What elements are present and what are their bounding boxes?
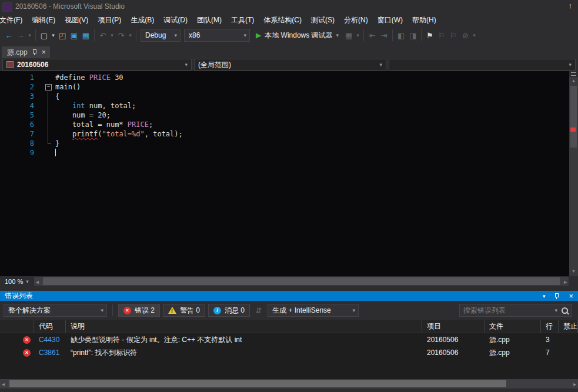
column-code[interactable]: 代码 bbox=[34, 320, 66, 333]
search-icon[interactable] bbox=[562, 307, 568, 314]
scroll-left-icon[interactable]: ◂ bbox=[2, 381, 5, 387]
code-line[interactable]: 1#define PRICE 30 bbox=[0, 73, 569, 82]
next-bookmark-icon[interactable]: ⚐ bbox=[447, 29, 459, 42]
undo-icon[interactable]: ↶ bbox=[97, 29, 109, 42]
solution-platform-combo[interactable]: x86▾ bbox=[184, 29, 250, 42]
column-description[interactable]: 说明 bbox=[66, 320, 422, 333]
menu-item[interactable]: 生成(B) bbox=[126, 13, 159, 28]
save-all-icon[interactable]: ▦ bbox=[80, 29, 92, 42]
column-project[interactable]: 项目 bbox=[422, 320, 485, 333]
redo-dropdown-icon[interactable]: ▾ bbox=[127, 29, 133, 42]
indent-increase-icon[interactable]: ◨ bbox=[407, 29, 419, 42]
close-icon[interactable]: × bbox=[42, 49, 46, 56]
column-suppression[interactable]: 禁止显示状态 bbox=[559, 320, 578, 333]
navigation-history-dropdown-icon[interactable]: ▾ bbox=[26, 29, 33, 42]
menu-item[interactable]: 窗口(W) bbox=[373, 13, 407, 28]
code-editor[interactable]: 1#define PRICE 302−main()3{4 int num, to… bbox=[0, 71, 569, 276]
indent-decrease-icon[interactable]: ◧ bbox=[395, 29, 407, 42]
menu-item[interactable]: 编辑(E) bbox=[27, 13, 60, 28]
menu-item[interactable]: 测试(S) bbox=[306, 13, 339, 28]
project-type-combo[interactable]: 20160506 ▾ bbox=[2, 59, 192, 71]
sort-order-icon[interactable]: ⇵ bbox=[253, 304, 265, 317]
navigate-forward-document-icon[interactable]: ⇥ bbox=[378, 29, 390, 42]
menu-item[interactable]: 调试(D) bbox=[159, 13, 192, 28]
toggle-bookmark-icon[interactable]: ⚑ bbox=[424, 29, 436, 42]
errors-filter-button[interactable]: × 错误 2 bbox=[118, 304, 160, 317]
feedback-arrow-icon[interactable]: ↑ bbox=[569, 1, 573, 10]
scrollbar-thumb[interactable] bbox=[570, 86, 577, 148]
scroll-left-icon[interactable]: ◂ bbox=[36, 278, 39, 284]
open-file-icon[interactable]: ◰ bbox=[56, 29, 68, 42]
member-combo[interactable]: ▾ bbox=[389, 59, 576, 71]
search-options-icon[interactable]: ▾ bbox=[554, 307, 557, 313]
code-line[interactable]: 4 int num, total; bbox=[0, 101, 569, 110]
back-icon[interactable]: ← bbox=[3, 29, 15, 42]
code-line[interactable]: 6 total = num* PRICE; bbox=[0, 120, 569, 129]
pin-icon[interactable] bbox=[32, 49, 38, 56]
scope-filter-combo[interactable]: 整个解决方案 ▾ bbox=[4, 304, 107, 317]
tab-source-cpp[interactable]: 源.cpp × bbox=[2, 46, 50, 58]
error-marker[interactable] bbox=[570, 128, 576, 132]
column-file[interactable]: 文件 bbox=[485, 320, 541, 333]
source-filter-combo[interactable]: 生成 + IntelliSense ▾ bbox=[268, 304, 359, 317]
start-debugging-button[interactable]: ▶本地 Windows 调试器▾ bbox=[252, 28, 343, 42]
menu-item[interactable]: 体系结构(C) bbox=[259, 13, 306, 28]
line-number: 6 bbox=[16, 120, 35, 129]
redo-icon[interactable]: ↷ bbox=[115, 29, 127, 42]
menu-item[interactable]: 帮助(H) bbox=[407, 13, 441, 28]
attach-to-process-icon[interactable]: ▦ bbox=[343, 29, 355, 42]
scrollbar-thumb[interactable] bbox=[9, 380, 506, 387]
error-code-link[interactable]: C3861 bbox=[34, 349, 66, 357]
clear-bookmarks-icon[interactable]: ⊘ bbox=[459, 29, 471, 42]
error-row[interactable]: ×C4430缺少类型说明符 - 假定为 int。注意: C++ 不支持默认 in… bbox=[0, 333, 578, 346]
attach-dropdown-icon[interactable]: ▾ bbox=[355, 29, 361, 42]
menu-item[interactable]: 视图(V) bbox=[60, 13, 93, 28]
warnings-filter-button[interactable]: 警告 0 bbox=[163, 304, 205, 317]
scroll-down-icon[interactable]: ▼ bbox=[569, 268, 578, 275]
new-file-dropdown-icon[interactable]: ▾ bbox=[50, 29, 56, 42]
fold-collapse-icon[interactable]: − bbox=[45, 84, 52, 91]
solution-configuration-combo[interactable]: Debug▾ bbox=[141, 29, 181, 42]
menu-item[interactable]: 工具(T) bbox=[226, 13, 259, 28]
splitter-grip[interactable] bbox=[569, 71, 578, 77]
vs-logo-icon[interactable] bbox=[2, 2, 12, 12]
code-line[interactable]: 3{ bbox=[0, 92, 569, 101]
scope-combo[interactable]: (全局范围) ▾ bbox=[194, 59, 386, 71]
close-icon[interactable]: × bbox=[569, 292, 573, 300]
error-code-link[interactable]: C4430 bbox=[34, 336, 66, 344]
window-position-icon[interactable]: ▾ bbox=[543, 293, 546, 299]
scroll-right-icon[interactable]: ▸ bbox=[564, 278, 567, 284]
messages-filter-button[interactable]: i 消息 0 bbox=[208, 304, 250, 317]
editor-horizontal-scrollbar[interactable]: ◂ ▸ bbox=[34, 277, 569, 286]
column-severity[interactable] bbox=[0, 320, 34, 333]
previous-bookmark-icon[interactable]: ⚐ bbox=[436, 29, 447, 42]
undo-dropdown-icon[interactable]: ▾ bbox=[109, 29, 115, 42]
toolbar-options-dropdown-icon[interactable]: ▾ bbox=[471, 29, 477, 42]
menu-item[interactable]: 团队(M) bbox=[192, 13, 226, 28]
scroll-right-icon[interactable]: ▸ bbox=[573, 381, 576, 387]
column-line[interactable]: 行 bbox=[541, 320, 559, 333]
editor-vertical-scrollbar[interactable]: ▲ ▼ bbox=[569, 71, 578, 276]
code-line[interactable]: 5 num = 20; bbox=[0, 110, 569, 120]
forward-icon[interactable]: → bbox=[15, 29, 26, 42]
search-input[interactable] bbox=[460, 306, 550, 314]
new-file-icon[interactable]: ▢ bbox=[38, 29, 50, 42]
error-list-title-bar[interactable]: 错误列表 ▾ × bbox=[0, 291, 578, 301]
tab-strip: 源.cpp × bbox=[0, 45, 578, 58]
code-token: ; bbox=[149, 120, 153, 129]
scrollbar-thumb[interactable] bbox=[43, 277, 560, 285]
save-icon[interactable]: ▣ bbox=[68, 29, 80, 42]
code-line[interactable]: 7 printf("total=%d", total); bbox=[0, 129, 569, 139]
scroll-up-icon[interactable]: ▲ bbox=[569, 78, 578, 85]
code-line[interactable]: 8} bbox=[0, 139, 569, 148]
navigate-backward-document-icon[interactable]: ⇤ bbox=[366, 29, 378, 42]
menu-item[interactable]: 项目(P) bbox=[93, 13, 126, 28]
menu-item[interactable]: 分析(N) bbox=[339, 13, 373, 28]
code-line[interactable]: 9 bbox=[0, 148, 569, 158]
panel-horizontal-scrollbar[interactable]: ◂ ▸ bbox=[0, 379, 578, 388]
zoom-combo[interactable]: 100 % ▾ bbox=[0, 276, 34, 286]
pin-icon[interactable] bbox=[554, 293, 560, 300]
menu-item[interactable]: 文件(F) bbox=[0, 13, 27, 28]
code-line[interactable]: 2−main() bbox=[0, 82, 569, 92]
error-row[interactable]: ×C3861“printf”: 找不到标识符20160506源.cpp7 bbox=[0, 346, 578, 359]
